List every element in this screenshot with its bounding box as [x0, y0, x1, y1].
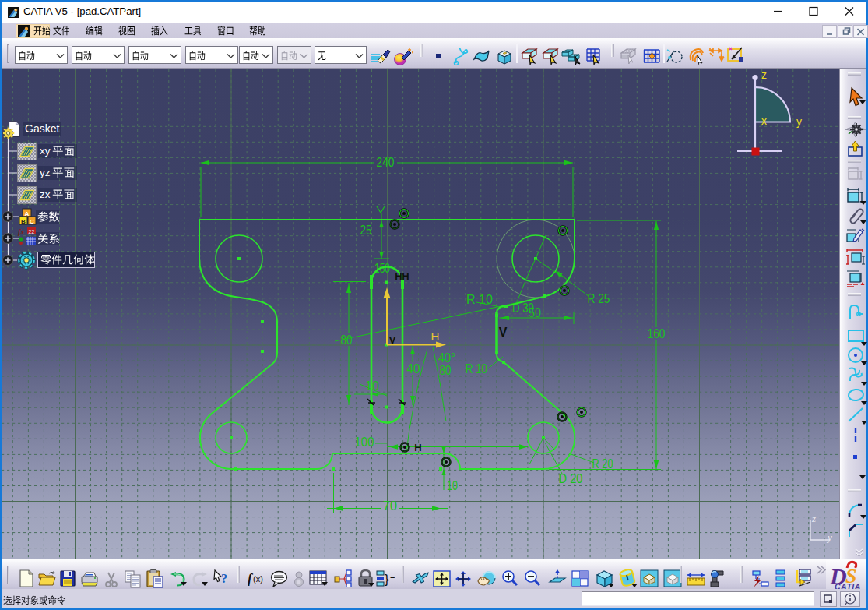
svg-text:fx: fx [18, 227, 24, 236]
svg-text:D 20: D 20 [559, 471, 583, 485]
svg-text:H: H [414, 442, 421, 453]
svg-text:240: 240 [377, 155, 395, 169]
svg-text:C: C [30, 218, 34, 225]
svg-text:z: z [761, 69, 767, 81]
svg-text:R 10: R 10 [466, 292, 493, 306]
svg-text:40: 40 [407, 361, 420, 376]
svg-text:80: 80 [341, 333, 353, 347]
svg-text:R 25: R 25 [588, 291, 610, 305]
svg-text:160: 160 [648, 326, 666, 340]
svg-text:22: 22 [29, 229, 35, 234]
svg-text:z: z [811, 513, 816, 524]
svg-text:V: V [389, 334, 396, 346]
svg-text:H: H [402, 270, 409, 282]
svg-text:10: 10 [447, 478, 458, 492]
svg-text:y: y [796, 115, 802, 128]
svg-text:R 10: R 10 [466, 361, 487, 376]
svg-text:100: 100 [355, 435, 374, 449]
svg-text:R 20: R 20 [592, 457, 613, 471]
svg-text:(x): (x) [253, 574, 263, 584]
svg-text:D 30: D 30 [512, 301, 534, 315]
svg-text:80: 80 [440, 363, 452, 377]
svg-text:?: ? [221, 572, 227, 585]
svg-text:A: A [25, 210, 30, 217]
svg-text:x: x [761, 115, 767, 127]
svg-text:H: H [431, 330, 440, 343]
svg-text:25: 25 [360, 223, 372, 237]
svg-text:H: H [395, 270, 402, 282]
svg-text:V: V [499, 326, 508, 339]
svg-text:y: y [826, 531, 832, 543]
svg-text:}: } [385, 572, 389, 587]
svg-text:70: 70 [383, 499, 397, 513]
svg-text:B: B [21, 218, 26, 225]
svg-text:=: = [390, 574, 395, 584]
